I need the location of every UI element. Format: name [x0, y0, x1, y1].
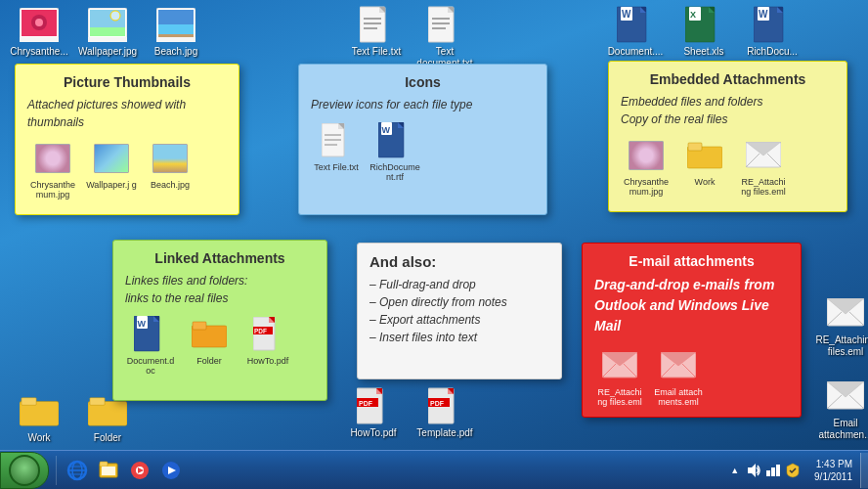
svg-rect-7: [90, 27, 125, 36]
svg-text:W: W: [759, 9, 768, 20]
card-body: Drag-and-drop e-mails from Outlook and W…: [594, 275, 789, 336]
card-file-label: Email attach ments.eml: [653, 387, 704, 407]
also-item: – Export attachments: [369, 311, 549, 329]
card-file: RE_Attachi ng files.eml: [738, 136, 789, 197]
icons-card: Icons Preview icons for each file type T…: [298, 64, 547, 215]
desktop-icon-richdoc[interactable]: W RichDocu...: [738, 5, 806, 58]
card-file-label: RichDocume nt.rtf: [369, 162, 420, 182]
svg-text:W: W: [622, 9, 631, 20]
svg-text:X: X: [690, 10, 696, 20]
taskbar-ie-icon[interactable]: [64, 457, 91, 484]
svg-rect-12: [158, 24, 194, 34]
embedded-card: Embedded Attachments Embedded files and …: [608, 61, 847, 212]
desktop-icon-label: Email attachmen...: [811, 418, 868, 441]
desktop-icon-beach[interactable]: Beach.jpg: [142, 5, 210, 58]
desktop-icon-work[interactable]: Work: [5, 391, 73, 444]
start-button[interactable]: [0, 452, 49, 489]
card-icons: Text File.txt W RichDocume nt.rtf: [311, 121, 535, 182]
card-icons: Chrysanthe mum.jpg Work RE_Attachi ng: [621, 136, 835, 197]
taskbar: ▲ 1:43 PM 9/1/2011: [0, 450, 868, 489]
card-title: Icons: [311, 74, 535, 90]
card-file: Chrysanthe mum.jpg: [621, 136, 672, 197]
card-file: Wallpaper.j g: [86, 139, 137, 200]
card-file: W Document.d oc: [125, 315, 176, 376]
card-title: And also:: [369, 253, 549, 270]
card-body: Preview icons for each file type: [311, 96, 535, 113]
card-body: Linkes files and folders: links to the r…: [125, 272, 315, 307]
desktop-icon-textfile[interactable]: Text File.txt: [342, 5, 411, 58]
card-file-label: Work: [695, 177, 716, 187]
svg-rect-108: [102, 467, 115, 475]
svg-rect-116: [771, 467, 775, 476]
desktop-icon-label: Sheet.xls: [683, 46, 723, 58]
card-file-label: Text File.txt: [314, 162, 359, 172]
desktop-icon-label: Beach.jpg: [154, 46, 197, 58]
taskbar-player-icon[interactable]: [157, 457, 185, 484]
also-card: And also: – Full-drag-and drop – Open di…: [357, 243, 562, 379]
clock-date: 9/1/2011: [814, 470, 852, 483]
card-file-label: Beach.jpg: [151, 180, 190, 190]
card-title: Picture Thumbnails: [27, 74, 227, 90]
card-file: Email attach ments.eml: [653, 346, 704, 407]
svg-point-3: [35, 19, 43, 26]
also-item: – Insert files into text: [369, 329, 549, 346]
tray-network-icon: [765, 463, 781, 478]
desktop-icon-sheet[interactable]: X Sheet.xls: [670, 5, 738, 58]
svg-rect-11: [158, 10, 194, 24]
card-title: E-mail attachments: [594, 253, 789, 269]
picture-thumbnails-card: Picture Thumbnails Attached pictures sho…: [15, 64, 239, 215]
clock-time: 1:43 PM: [814, 458, 852, 470]
desktop-icon-wallpaper[interactable]: Wallpaper.jpg: [73, 5, 142, 58]
card-body: – Full-drag-and drop – Open directly fro…: [369, 276, 549, 346]
card-file-icon-doc: W: [133, 315, 168, 354]
svg-marker-114: [748, 464, 756, 477]
card-icons: Chrysanthe mum.jpg Wallpaper.j g Beach.j…: [27, 139, 227, 200]
desktop-icon-email-attachment[interactable]: Email attachmen...: [811, 377, 868, 441]
desktop-icon-label: Template.pdf: [416, 427, 472, 439]
desktop-icon-label: RE_Attaching files.eml: [811, 334, 868, 358]
card-file: W RichDocume nt.rtf: [369, 121, 420, 182]
desktop-icon-label: Text File.txt: [352, 46, 402, 58]
show-desktop-button[interactable]: [860, 453, 868, 488]
card-file-label: Document.d oc: [125, 356, 176, 376]
desktop-icon-label: Work: [27, 432, 50, 444]
svg-text:PDF: PDF: [359, 400, 373, 407]
card-file-icon-folder: [192, 315, 227, 354]
tray-security-icon: [785, 463, 801, 478]
desktop-icon-label: HowTo.pdf: [350, 427, 396, 439]
linked-card: Linked Attachments Linkes files and fold…: [112, 240, 327, 401]
card-file: Folder: [184, 315, 235, 376]
svg-rect-45: [90, 398, 105, 406]
card-file-icon-chrysanthemum: [35, 139, 70, 178]
card-file-icon-wallpaper: [94, 139, 129, 178]
tray-arrow[interactable]: ▲: [727, 464, 742, 477]
card-file-label: HowTo.pdf: [247, 356, 289, 366]
svg-rect-117: [776, 465, 780, 476]
desktop-icon-label: RichDocu...: [747, 46, 798, 58]
card-file: Chrysanthe mum.jpg: [27, 139, 78, 200]
taskbar-explorer-icon[interactable]: [95, 457, 122, 484]
desktop-icon-textdoc[interactable]: Text document.txt: [411, 5, 479, 69]
card-file-icon-pdf: PDF: [250, 315, 285, 354]
card-file-icon-rtf: W: [377, 121, 412, 160]
card-title: Embedded Attachments: [621, 71, 835, 87]
svg-rect-115: [766, 470, 770, 476]
desktop-icon-howtopdf[interactable]: PDF HowTo.pdf: [339, 386, 408, 439]
card-body: Embedded files and folders Copy of the r…: [621, 93, 835, 128]
taskbar-media-icon[interactable]: [126, 457, 153, 484]
svg-rect-14: [156, 37, 195, 42]
desktop-icon-templatepdf[interactable]: PDF Template.pdf: [411, 386, 479, 439]
card-file-icon-work-folder: [687, 136, 722, 175]
card-file-label: Chrysanthe mum.jpg: [621, 177, 672, 197]
svg-rect-107: [100, 462, 108, 467]
taskbar-quick-launch: [60, 457, 189, 484]
desktop-icon-re-attaching[interactable]: RE_Attaching files.eml: [811, 293, 868, 358]
card-file: Beach.jpg: [145, 139, 195, 200]
desktop-icon-chrysanthemum[interactable]: Chrysanthe...: [5, 5, 73, 58]
svg-rect-87: [193, 322, 206, 330]
desktop-icon-label: Folder: [94, 432, 121, 444]
card-file-icon-eml1: [602, 346, 637, 385]
desktop-icon-document[interactable]: W Document....: [601, 5, 670, 58]
taskbar-clock[interactable]: 1:43 PM 9/1/2011: [806, 458, 860, 483]
card-icons: RE_Attachi ng files.eml Email attach men…: [594, 346, 789, 407]
